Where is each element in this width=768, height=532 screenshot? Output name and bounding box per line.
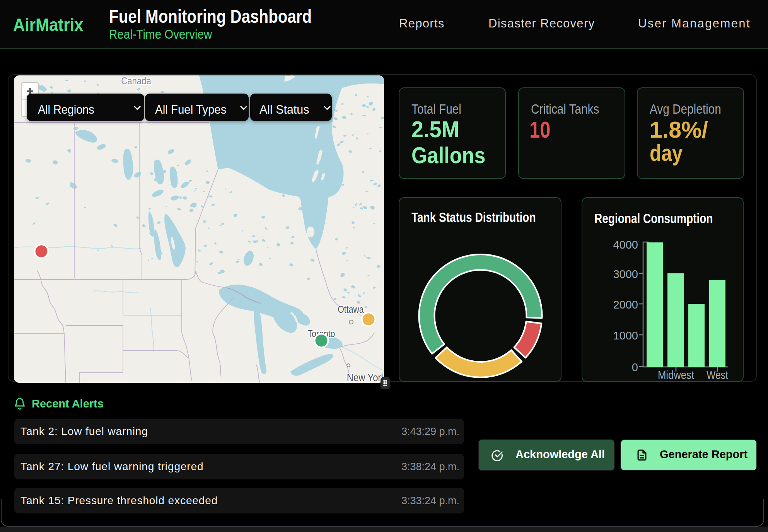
svg-text:3000: 3000 <box>613 268 638 280</box>
svg-text:West: West <box>707 369 728 381</box>
svg-text:Canada: Canada <box>121 75 151 86</box>
svg-text:0: 0 <box>632 361 638 373</box>
svg-text:4000: 4000 <box>613 239 638 251</box>
svg-text:New York: New York <box>347 372 384 383</box>
svg-text:Midwest: Midwest <box>658 369 694 381</box>
svg-text:1000: 1000 <box>613 329 638 342</box>
svg-text:Ottawa: Ottawa <box>338 304 364 315</box>
svg-text:2000: 2000 <box>613 298 638 311</box>
